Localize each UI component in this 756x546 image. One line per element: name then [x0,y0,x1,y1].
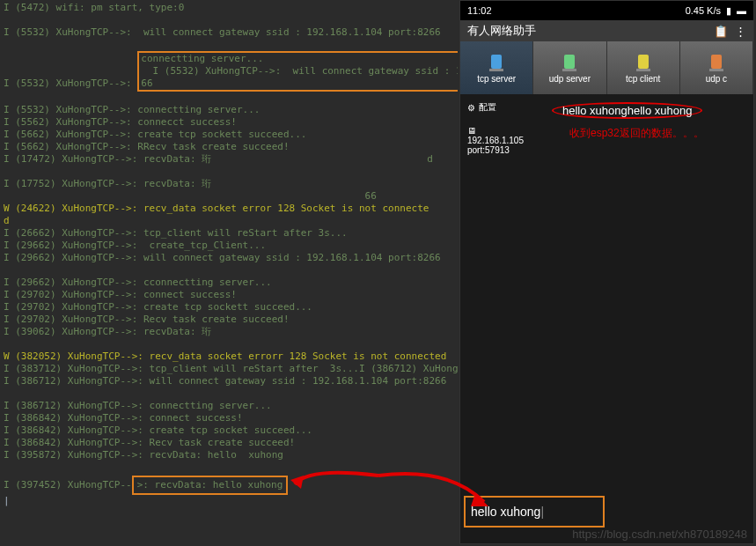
svg-rect-6 [711,55,722,69]
server-icon [486,53,507,72]
response-text: hello xuhonghello xuhong [552,102,702,119]
client-info[interactable]: 🖥 192.168.1.105 port:57913 [464,122,543,159]
server-icon [706,53,727,72]
tab-tcp-server[interactable]: tcp server [460,41,533,94]
overflow-icon[interactable]: ⋮ [735,25,746,38]
content-area: ⚙ 配置 🖥 192.168.1.105 port:57913 hello xu… [460,94,753,543]
app-titlebar: 有人网络助手 📋 ⋮ [460,20,753,41]
client-ip: 192.168.1.105 [467,136,539,145]
tab-label: udp c [706,74,727,84]
svg-rect-1 [489,69,503,71]
annotation-note: 收到esp32返回的数据。。。 [569,126,746,141]
svg-rect-5 [636,69,650,71]
response-area: hello xuhonghello xuhong 收到esp32返回的数据。。。 [548,98,750,144]
status-speed: 0.45 K/s [686,5,721,16]
gear-icon: ⚙ [467,103,475,113]
tab-tcp-client[interactable]: tcp client [607,41,680,94]
tab-udp-server[interactable]: udp server [533,41,606,94]
status-bar: 11:02 0.45 K/s ▮ ▬ [460,1,753,20]
config-label: 配置 [479,101,496,114]
svg-rect-0 [491,55,502,69]
computer-icon: 🖥 [467,126,539,136]
message-input[interactable]: hello xuhong| [464,496,605,528]
tab-label: tcp client [626,74,660,84]
status-time: 11:02 [467,5,492,16]
watermark: https://blog.csdn.net/xh870189248 [572,528,747,541]
menu-icon[interactable]: 📋 [714,25,728,38]
app-title: 有人网络助手 [467,23,536,39]
svg-rect-2 [564,55,575,69]
tab-udp-c[interactable]: udp c [680,41,753,94]
client-port: port:57913 [467,145,539,155]
input-value: hello xuhong [471,505,540,519]
tab-bar: tcp serverudp servertcp clientudp c [460,41,753,94]
battery-icon: ▬ [737,5,746,16]
signal-icon: ▮ [726,5,731,17]
terminal-pane: I (5472) wifi: pm start, type:0 I (5532)… [0,0,458,546]
sidebar: ⚙ 配置 🖥 192.168.1.105 port:57913 [464,98,543,159]
server-icon [633,53,654,72]
svg-rect-3 [562,69,576,71]
server-icon [559,53,580,72]
tab-label: tcp server [477,74,516,84]
config-button[interactable]: ⚙ 配置 [464,98,543,117]
tab-label: udp server [549,74,591,84]
phone-screen: 11:02 0.45 K/s ▮ ▬ 有人网络助手 📋 ⋮ tcp server… [459,0,754,544]
svg-rect-7 [709,69,723,71]
svg-rect-4 [638,55,649,69]
